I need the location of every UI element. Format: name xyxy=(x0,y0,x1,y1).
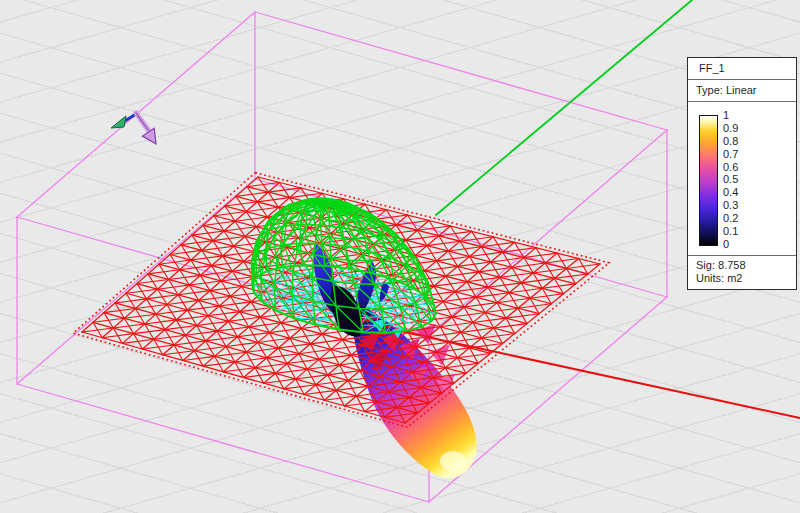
legend-type-label: Type: Linear xyxy=(688,80,796,102)
axis-arrow-magenta xyxy=(136,113,156,144)
colorbar-tick-label: 0 xyxy=(723,238,738,250)
farfield-hemisphere-grid xyxy=(251,198,436,333)
colorbar-tick-label: 0.7 xyxy=(723,148,738,160)
colorbar-tick-labels: 10.90.80.70.60.50.40.30.20.10 xyxy=(723,109,738,250)
legend-footer: Sig: 8.758 Units: m2 xyxy=(688,255,796,289)
orientation-arrows xyxy=(111,113,156,144)
colorbar-tick-label: 1 xyxy=(723,109,738,121)
colorbar-tick-label: 0.2 xyxy=(723,212,738,224)
axis-arrow-blue xyxy=(111,114,136,128)
legend-title: FF_1 xyxy=(688,58,796,80)
sig-value: Sig: 8.758 xyxy=(696,259,796,272)
units-value: Units: m2 xyxy=(696,272,796,285)
colorbar-tick-label: 0.8 xyxy=(723,135,738,147)
y-axis-line xyxy=(436,0,692,215)
colorbar xyxy=(699,115,718,246)
colorbar-tick-label: 0.1 xyxy=(723,225,738,237)
scene-svg xyxy=(0,0,800,513)
colorbar-tick-label: 0.6 xyxy=(723,161,738,173)
colorbar-tick-label: 0.5 xyxy=(723,173,738,185)
legend-panel[interactable]: FF_1 Type: Linear 10.90.80.70.60.50.40.3… xyxy=(687,57,797,290)
colorbar-tick-label: 0.3 xyxy=(723,199,738,211)
legend-colorbar-section: 10.90.80.70.60.50.40.30.20.10 xyxy=(688,102,796,255)
colorbar-tick-label: 0.4 xyxy=(723,186,738,198)
3d-viewport[interactable]: FF_1 Type: Linear 10.90.80.70.60.50.40.3… xyxy=(0,0,800,513)
colorbar-tick-label: 0.9 xyxy=(723,122,738,134)
